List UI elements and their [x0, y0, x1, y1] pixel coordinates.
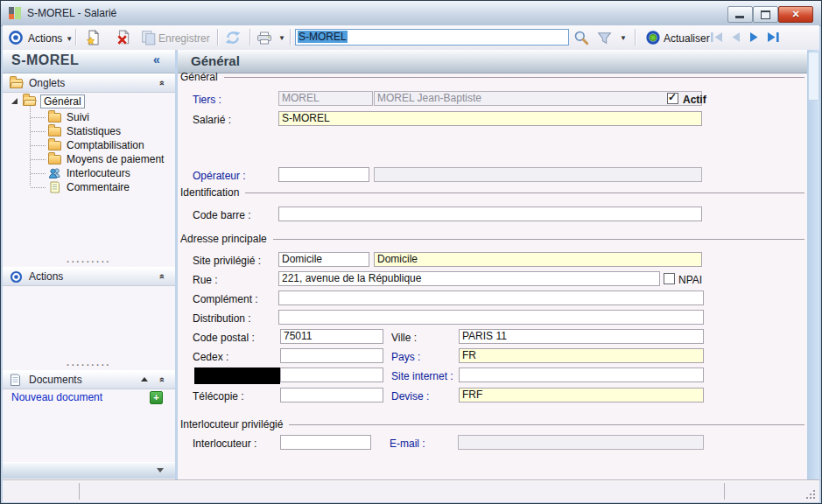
tree-node-label[interactable]: Général: [40, 94, 85, 108]
pays-label[interactable]: Pays :: [391, 351, 420, 363]
scroll-up-icon[interactable]: [141, 377, 148, 382]
tiers-label[interactable]: Tiers :: [193, 94, 221, 106]
complement-field[interactable]: [278, 290, 704, 305]
note-icon: [48, 181, 61, 193]
search-input[interactable]: S-MOREL: [295, 29, 569, 46]
ville-field[interactable]: PARIS 11: [459, 329, 704, 344]
tree-node-label[interactable]: Commentaire: [67, 181, 130, 193]
rue-field[interactable]: 221, avenue de la République: [278, 271, 660, 286]
salarie-field[interactable]: S-MOREL: [278, 111, 702, 126]
code-postal-label: Code postal :: [193, 332, 255, 344]
tree-connector: [31, 173, 46, 174]
tree-connector: [31, 187, 46, 188]
tree-node-suivi[interactable]: Suivi: [3, 110, 175, 124]
scrollbar-thumb[interactable]: [808, 52, 819, 101]
new-document-link[interactable]: Nouveau document: [11, 391, 102, 403]
actions-menu-button[interactable]: Actions: [28, 32, 73, 45]
rue-label: Rue :: [193, 274, 218, 286]
actions-panel-header[interactable]: Actions: [3, 267, 175, 286]
code-postal-field[interactable]: 75011: [280, 329, 383, 344]
telecopie-label: Télécopie :: [193, 390, 244, 402]
onglets-panel-header[interactable]: Onglets: [3, 74, 175, 93]
tree-node-label[interactable]: Suivi: [67, 111, 89, 123]
search-icon[interactable]: [573, 30, 589, 46]
record-header: S-MOREL: [3, 50, 175, 74]
tree-node-commentaire[interactable]: Commentaire: [3, 180, 175, 194]
panel-splitter[interactable]: [3, 361, 175, 368]
nav-prev-icon[interactable]: [728, 32, 743, 43]
minimize-button[interactable]: [727, 6, 753, 23]
actions-target-icon[interactable]: [8, 30, 24, 46]
chevron-down-icon: [278, 34, 285, 42]
panel-splitter[interactable]: [3, 258, 175, 265]
nav-next-icon[interactable]: [747, 32, 762, 43]
tree-node-label[interactable]: Comptabilisation: [67, 139, 144, 151]
nav-last-icon[interactable]: [765, 32, 780, 43]
site-privilegie-combo[interactable]: Domicile: [278, 252, 369, 267]
site-internet-label[interactable]: Site internet :: [391, 370, 453, 382]
toolbar-separator: [635, 29, 636, 46]
vertical-scrollbar[interactable]: [807, 50, 819, 480]
tree-node-interlocuteurs[interactable]: Interlocuteurs: [3, 166, 175, 180]
print-icon[interactable]: [256, 32, 272, 47]
tree-expander-icon[interactable]: [11, 98, 18, 104]
filter-icon[interactable]: [597, 32, 613, 47]
search-selected-text: S-MOREL: [298, 31, 348, 43]
legend-rule: [245, 192, 804, 193]
folder-icon: [48, 155, 61, 164]
code-barre-field[interactable]: [278, 206, 702, 221]
tree-node-moyens-de-paiement[interactable]: Moyens de paiement: [3, 152, 175, 166]
refresh-view-icon[interactable]: [645, 30, 661, 46]
status-separator: [79, 483, 80, 500]
sidebar-bottom-expander[interactable]: [3, 462, 175, 479]
devise-field[interactable]: FRF: [459, 388, 704, 402]
resize-grip[interactable]: [804, 488, 815, 499]
operateur-combo[interactable]: [278, 167, 369, 182]
cedex-field[interactable]: [280, 348, 383, 363]
status-bar: [3, 480, 819, 502]
save-icon[interactable]: [141, 30, 157, 46]
actif-checkbox[interactable]: [667, 93, 678, 104]
tree-node-comptabilisation[interactable]: Comptabilisation: [3, 138, 175, 152]
toolbar-separator: [249, 29, 250, 46]
maximize-button[interactable]: [753, 6, 778, 23]
distribution-field[interactable]: [278, 310, 704, 325]
telecopie-field[interactable]: [280, 388, 383, 402]
filter-dropdown-button[interactable]: [616, 32, 627, 44]
save-button[interactable]: Enregistrer: [158, 32, 210, 45]
onglets-tree: Général Suivi Statistiques Comptabilisat…: [3, 94, 175, 194]
documents-panel-header[interactable]: Documents: [3, 370, 175, 389]
pays-field[interactable]: FR: [459, 348, 704, 363]
email-label[interactable]: E-mail :: [390, 438, 425, 450]
collapse-panel-icon[interactable]: [158, 374, 169, 385]
new-record-icon[interactable]: [86, 30, 102, 46]
tree-node-label[interactable]: Statistiques: [67, 125, 121, 137]
collapse-panel-icon[interactable]: [158, 78, 169, 88]
site-privilegie-field[interactable]: Domicile: [374, 252, 702, 267]
collapse-panel-icon[interactable]: [158, 271, 169, 282]
collapse-left-icon[interactable]: [153, 52, 160, 66]
devise-label[interactable]: Devise :: [391, 390, 429, 402]
telephone-field[interactable]: [280, 368, 383, 382]
legend-rule: [289, 424, 804, 425]
toolbar-separator: [217, 29, 218, 46]
tiers-name-field: MOREL Jean-Baptiste: [374, 91, 702, 106]
chevron-down-icon: [157, 468, 164, 472]
site-internet-field[interactable]: [459, 368, 704, 382]
nav-first-icon[interactable]: [710, 32, 725, 43]
close-button[interactable]: [778, 6, 813, 23]
refresh-view-button[interactable]: Actualiser: [664, 32, 710, 45]
tree-node-statistiques[interactable]: Statistiques: [3, 124, 175, 138]
plus-icon[interactable]: [150, 391, 163, 404]
operateur-label[interactable]: Opérateur :: [193, 170, 246, 182]
toolbar: Actions Enregistrer S-MOREL Actualiser: [3, 25, 819, 51]
tree-node-general[interactable]: Général: [3, 94, 175, 108]
interlocuteur-combo[interactable]: [280, 435, 371, 450]
record-title: S-MOREL: [11, 52, 79, 68]
npai-checkbox[interactable]: [664, 273, 675, 284]
delete-record-icon[interactable]: [116, 30, 131, 46]
print-dropdown-button[interactable]: [275, 32, 285, 44]
tree-node-label[interactable]: Moyens de paiement: [67, 153, 164, 165]
refresh-icon[interactable]: [225, 30, 241, 46]
tree-node-label[interactable]: Interlocuteurs: [67, 167, 130, 179]
